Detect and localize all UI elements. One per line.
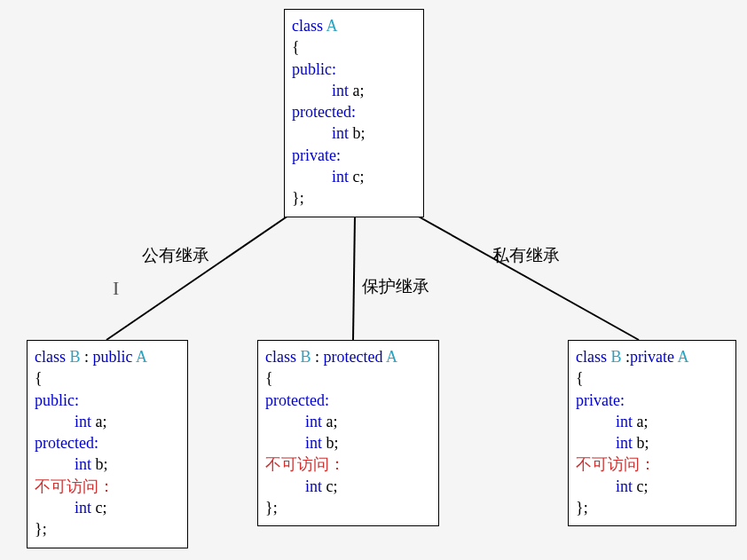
class-b-public-box: class B : public A { public: int a; prot…: [27, 340, 188, 548]
member-c: int c;: [265, 476, 431, 497]
label-protected-inheritance: 保护继承: [362, 275, 429, 298]
section-protected: protected:: [265, 390, 431, 411]
class-b-private-box: class B :private A { private: int a; int…: [568, 340, 736, 526]
class-a-box: class A { public: int a; protected: int …: [284, 9, 424, 217]
section-public: public:: [35, 390, 180, 411]
text-cursor-icon: I: [113, 277, 119, 300]
class-b-protected-box: class B : protected A { protected: int a…: [257, 340, 439, 526]
classB-prot-declaration: class B : protected A: [265, 346, 431, 367]
svg-line-0: [106, 216, 288, 340]
member-b: int b;: [265, 432, 431, 454]
member-a: int a;: [35, 411, 180, 432]
section-protected: protected:: [292, 101, 416, 122]
classB-pub-declaration: class B : public A: [35, 346, 180, 367]
keyword-class: class: [292, 17, 323, 35]
member-c: int c;: [35, 497, 180, 518]
member-a: int a;: [292, 80, 416, 101]
member-b: int b;: [576, 432, 728, 454]
member-b: int b;: [35, 454, 180, 475]
member-b: int b;: [292, 122, 416, 144]
no-access-label: 不可访问：: [265, 454, 431, 475]
svg-line-1: [353, 216, 355, 340]
classB-priv-declaration: class B :private A: [576, 346, 728, 367]
classA-declaration: class A: [292, 15, 416, 36]
member-a: int a;: [576, 411, 728, 432]
label-private-inheritance: 私有继承: [492, 244, 560, 267]
brace-close: };: [292, 187, 416, 209]
section-protected: protected:: [35, 432, 180, 454]
svg-line-2: [417, 216, 639, 340]
section-private: private:: [576, 390, 728, 411]
brace-open: {: [292, 36, 416, 58]
member-a: int a;: [265, 411, 431, 432]
section-private: private:: [292, 145, 416, 166]
member-c: int c;: [576, 476, 728, 497]
no-access-label: 不可访问：: [35, 476, 180, 497]
member-c: int c;: [292, 166, 416, 187]
no-access-label: 不可访问：: [576, 454, 728, 475]
section-public: public:: [292, 59, 416, 80]
label-public-inheritance: 公有继承: [142, 244, 209, 267]
class-name-A: A: [326, 17, 338, 35]
